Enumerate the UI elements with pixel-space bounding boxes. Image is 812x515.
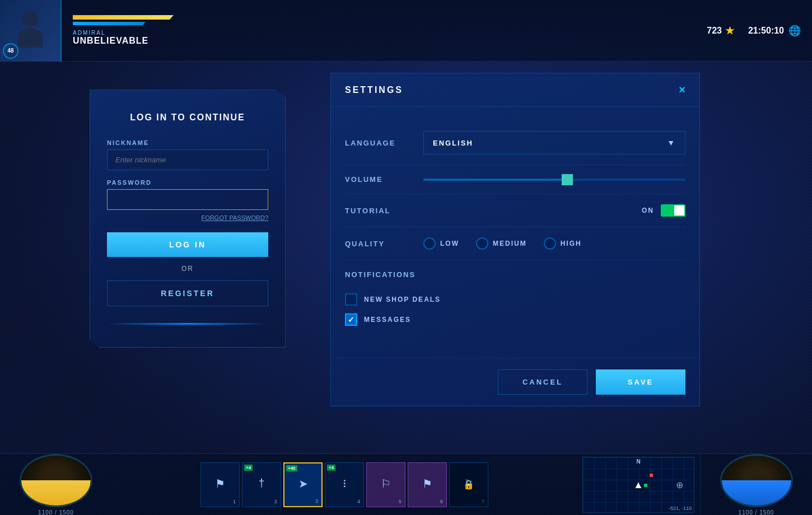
language-label: LANGUAGE (345, 139, 423, 147)
minimap-coords: -521, -110 (669, 505, 692, 511)
radio-low (423, 237, 436, 250)
notif-messages-checkbox[interactable] (345, 313, 357, 326)
tool-num-5: 5 (399, 499, 402, 504)
volume-fill (423, 179, 567, 181)
tutorial-row: TUTORIAL ON (345, 194, 685, 227)
tool-item-5[interactable]: ⚐ 5 (366, 462, 405, 507)
language-control: ENGLISH ▼ (423, 131, 685, 154)
gauge-fill-left (21, 480, 91, 505)
nickname-label: NICKNAME (107, 139, 268, 146)
forgot-password-link[interactable]: FORGOT PASSWORD? (107, 214, 268, 221)
language-row: LANGUAGE ENGLISH ▼ (345, 121, 685, 165)
password-label: PASSWORD (107, 179, 268, 186)
notif-messages-row: MESSAGES (345, 313, 441, 326)
quality-low[interactable]: LOW (423, 237, 459, 250)
quality-label: QUALITY (345, 240, 423, 248)
settings-close-button[interactable]: × (679, 83, 685, 96)
chevron-down-icon: ▼ (667, 138, 676, 147)
tool-icon-3: ➤ (298, 477, 308, 490)
notif-shop-row: NEW SHOP DEALS (345, 293, 441, 306)
minimap-arrow-icon: ▲ (633, 479, 643, 490)
bottom-bar: 1100 / 1500 ⚑ 1 † 2 +4 ➤ 3 +40 ⫶ 4 +4 ⚐ … (0, 453, 812, 515)
notifications-section: NEW SHOP DEALS MESSAGES (345, 288, 441, 334)
avatar-body (18, 28, 43, 48)
gauge-right-label: 1100 / 1500 (739, 509, 774, 516)
toolbar: ⚑ 1 † 2 +4 ➤ 3 +40 ⫶ 4 +4 ⚐ 5 ⚑ 6 ⚐ 7 (112, 462, 577, 507)
tool-icon-2: † (258, 477, 264, 490)
quality-control: LOW MEDIUM HIGH (423, 237, 685, 250)
quality-options: LOW MEDIUM HIGH (423, 237, 582, 250)
minimap: N ▲ -521, -110 ⊕ (577, 454, 700, 516)
quality-high-label: HIGH (561, 240, 582, 247)
login-bottom-line (107, 323, 268, 325)
avatar-head (22, 11, 38, 27)
time-value: 21:50:10 (748, 26, 784, 36)
tool-num-1: 1 (233, 499, 236, 504)
radio-high (544, 237, 556, 250)
login-button[interactable]: LOG IN (107, 232, 268, 257)
quality-high[interactable]: HIGH (544, 237, 582, 250)
tool-icon-6: ⚑ (422, 477, 432, 490)
tool-badge-4: +4 (327, 465, 335, 471)
or-divider: OR (107, 265, 268, 273)
language-value: ENGLISH (433, 139, 473, 147)
tool-item-3[interactable]: ➤ 3 +40 (283, 462, 323, 507)
tool-icon-5: ⚐ (381, 477, 391, 490)
quality-medium[interactable]: MEDIUM (476, 237, 527, 250)
tutorial-control: ON (423, 204, 685, 217)
time-display: 21:50:10 🌐 (748, 25, 801, 37)
tool-num-2: 2 (274, 499, 277, 504)
tool-num-6: 6 (440, 499, 443, 504)
minimap-dot-green (644, 484, 647, 487)
tool-item-2[interactable]: † 2 +4 (242, 462, 281, 507)
notifications-row: NOTIFICATIONS NEW SHOP DEALS MESSAGES (345, 260, 685, 344)
cancel-button[interactable]: CANCEL (498, 369, 587, 395)
minimap-north-label: N (636, 458, 640, 465)
gauge-right: 1100 / 1500 (700, 454, 812, 516)
gauge-left-label: 1100 / 1500 (38, 509, 74, 516)
notif-messages-label: MESSAGES (364, 316, 411, 324)
toggle-thumb (674, 205, 684, 216)
gauge-circle-right (720, 454, 793, 507)
tool-item-6[interactable]: ⚑ 6 (408, 462, 447, 507)
level-badge: 48 (3, 43, 18, 59)
gauge-circle-left (20, 454, 92, 507)
player-bars (73, 15, 696, 25)
tutorial-state-label: ON (642, 207, 654, 214)
notif-shop-label: NEW SHOP DEALS (364, 296, 441, 303)
globe-icon: 🌐 (788, 25, 801, 37)
gauge-left: 1100 / 1500 (0, 454, 112, 516)
top-bar: 48 ADMIRAL UNBELIEVABLE 723 ★ 21:50:10 🌐 (0, 0, 812, 62)
volume-track[interactable] (423, 179, 685, 181)
quality-row: QUALITY LOW MEDIUM HIGH (345, 227, 685, 260)
tool-item-1[interactable]: ⚑ 1 (200, 462, 240, 507)
top-right: 723 ★ 21:50:10 🌐 (707, 25, 812, 37)
nickname-input[interactable] (107, 149, 268, 170)
tool-item-4[interactable]: ⫶ 4 +4 (325, 462, 364, 507)
coins-display: 723 ★ (707, 25, 734, 37)
avatar-figure (13, 11, 47, 50)
player-info: ADMIRAL UNBELIEVABLE (62, 7, 707, 54)
xp-bar (73, 15, 174, 20)
volume-control (423, 179, 685, 181)
save-button[interactable]: SAVE (596, 369, 685, 395)
language-dropdown[interactable]: ENGLISH ▼ (423, 131, 685, 154)
tutorial-toggle[interactable] (661, 204, 685, 217)
quality-medium-label: MEDIUM (493, 240, 527, 247)
register-button[interactable]: REGISTER (107, 280, 268, 306)
volume-thumb[interactable] (562, 174, 573, 185)
tool-item-7[interactable]: ⚐ 7 🔒 (449, 462, 488, 507)
settings-header: SETTINGS × (331, 73, 699, 107)
tool-icon-4: ⫶ (342, 477, 347, 490)
hp-bar (73, 22, 146, 25)
player-name: UNBELIEVABLE (73, 36, 696, 46)
tool-num-3: 3 (315, 498, 318, 504)
radio-medium (476, 237, 488, 250)
login-panel: LOG IN TO CONTINUE NICKNAME PASSWORD •••… (90, 90, 286, 348)
notif-shop-checkbox[interactable] (345, 293, 357, 306)
main-content: LOG IN TO CONTINUE NICKNAME PASSWORD •••… (0, 62, 812, 453)
crosshair-icon: ⊕ (676, 479, 683, 490)
coins-value: 723 (707, 26, 722, 36)
password-input[interactable]: ••••••• (107, 189, 268, 210)
tool-icon-1: ⚑ (215, 477, 225, 490)
